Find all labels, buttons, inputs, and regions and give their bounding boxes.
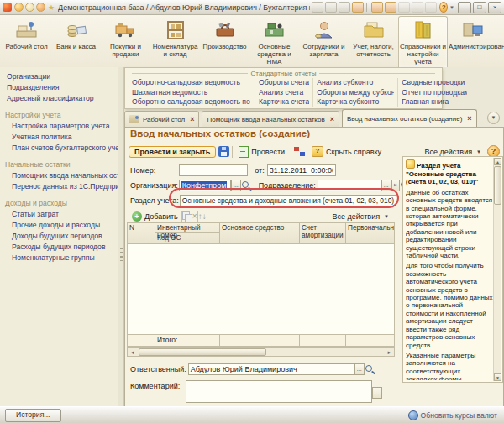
responsible-search-icon[interactable] <box>365 364 375 375</box>
scroll-right-icon[interactable]: ► <box>385 350 394 355</box>
ribbon-tab-employees-payroll[interactable]: Сотрудники и зарплата <box>299 16 349 67</box>
date-input[interactable] <box>267 164 336 176</box>
copy-row-icon[interactable] <box>182 212 192 222</box>
main-menu-button[interactable] <box>14 3 24 12</box>
posting-dtkt-icon[interactable] <box>294 146 306 157</box>
organization-field[interactable]: Конфетпром <box>179 180 231 191</box>
scroll-down-icon[interactable]: ▼ <box>494 373 501 381</box>
calculator-icon[interactable] <box>325 2 337 13</box>
help-vertical-scrollbar[interactable]: ▲ ▼ <box>493 158 501 381</box>
division-select-button[interactable]: ... <box>381 180 391 191</box>
ribbon-tab-bank-cash[interactable]: Банк и касса <box>51 16 101 67</box>
post-button[interactable]: Провести <box>235 144 288 159</box>
save-icon[interactable] <box>218 146 229 157</box>
ribbon-tab-administration[interactable]: Администрирование <box>448 16 497 67</box>
sidebar-item-item-groups[interactable]: Номенклатурные группы <box>0 253 118 264</box>
organization-select-button[interactable]: ... <box>231 180 241 191</box>
sidebar-item-chart-of-accounts[interactable]: План счетов бухгалтерского учета <box>0 143 118 154</box>
sidebar-item-accounting-policy[interactable]: Учетная политика <box>0 132 118 143</box>
history-button[interactable]: История... <box>5 409 61 422</box>
number-input[interactable] <box>179 164 248 176</box>
report-link[interactable]: Обороты между субконто <box>317 88 394 98</box>
help-scrollbar-thumb[interactable] <box>494 166 501 205</box>
ribbon-tab-accounting-taxes[interactable]: Учет, налоги, отчетность <box>349 16 398 67</box>
report-link[interactable]: Анализ субконто <box>317 78 394 88</box>
ribbon-tab-production[interactable]: Производство <box>200 16 249 67</box>
tab-balance-assistant[interactable]: Помощник ввода начальных остатков × <box>202 111 339 127</box>
sidebar-item-deferred-expenses[interactable]: Расходы будущих периодов <box>0 242 118 253</box>
sidebar-splitter[interactable] <box>118 67 124 407</box>
tool-icon-2[interactable] <box>412 2 423 13</box>
ribbon-tab-purchases-sales[interactable]: Покупки и продажи <box>101 16 150 67</box>
report-link[interactable]: Обороты счета <box>259 78 309 88</box>
table-all-actions-button[interactable]: Все действия ▼ <box>328 211 392 222</box>
maximize-button[interactable]: □ <box>473 2 486 13</box>
sidebar-item-organizations[interactable]: Организации <box>0 71 118 82</box>
link-add-icon[interactable] <box>352 2 364 13</box>
ribbon: Рабочий стол Банк и касса Покупки и прод… <box>0 15 504 67</box>
forward-button[interactable] <box>36 3 45 12</box>
comment-expand-button[interactable]: ... <box>372 387 382 399</box>
sidebar-item-balance-assistant[interactable]: Помощник ввода начальных остатк... <box>0 170 118 181</box>
report-link[interactable]: Сводные проводки <box>402 78 467 88</box>
minimize-button[interactable]: – <box>458 2 471 13</box>
sidebar-item-other-income-expenses[interactable]: Прочие доходы и расходы <box>0 220 118 231</box>
close-tab-icon[interactable]: × <box>330 115 334 123</box>
help-dropdown-icon[interactable]: ▼ <box>449 5 454 10</box>
move-down-icon[interactable]: ↓ <box>202 212 207 222</box>
comment-textarea[interactable] <box>186 380 372 403</box>
close-button[interactable]: × <box>488 2 501 13</box>
post-and-close-button[interactable]: Провести и закрыть <box>129 146 216 158</box>
report-link[interactable]: Карточка субконто <box>317 97 394 107</box>
sidebar-item-data-transfer[interactable]: Перенос данных из 1С:Предприяти... <box>0 181 118 192</box>
ribbon-tab-references-settings[interactable]: Справочники и настройки учета <box>398 16 448 67</box>
division-clear-button[interactable]: × <box>391 180 400 191</box>
hide-help-button[interactable]: ? Скрыть справку <box>308 144 385 159</box>
organization-search-icon[interactable] <box>241 180 252 191</box>
report-link[interactable]: Главная книга <box>402 97 467 107</box>
tool-icon-1[interactable] <box>398 2 410 13</box>
sidebar-item-divisions[interactable]: Подразделения <box>0 82 118 93</box>
tab-list-button[interactable]: ▼ <box>487 112 500 124</box>
tool-icon-3[interactable] <box>425 2 437 13</box>
file-icon[interactable] <box>339 2 350 13</box>
scroll-up-icon[interactable]: ▲ <box>494 158 501 165</box>
scrollbar-thumb[interactable] <box>139 348 266 356</box>
scroll-left-icon[interactable]: ◄ <box>128 350 137 355</box>
sidebar-item-address-classifier[interactable]: Адресный классификатор <box>0 93 118 104</box>
help-icon[interactable]: ? <box>439 2 448 13</box>
ribbon-tab-fixed-assets[interactable]: Основные средства и НМА <box>249 16 299 67</box>
add-row-button[interactable]: + Добавить <box>129 210 181 223</box>
close-tab-icon[interactable]: × <box>190 115 194 123</box>
sidebar-item-deferred-income[interactable]: Доходы будущих периодов <box>0 231 118 242</box>
sidebar-group-income-expenses: Доходы и расходы <box>0 198 118 209</box>
table-body-empty[interactable] <box>127 244 395 335</box>
report-link[interactable]: Шахматная ведомость <box>132 88 251 98</box>
delete-row-icon[interactable]: × <box>192 212 197 222</box>
responsible-select-button[interactable]: ... <box>354 363 365 375</box>
report-link[interactable]: Оборотно-сальдовая ведомость <box>132 78 251 88</box>
ribbon-tab-desktop[interactable]: Рабочий стол <box>2 16 51 67</box>
sidebar-item-cost-items[interactable]: Статьи затрат <box>0 209 118 220</box>
back-button[interactable] <box>25 3 34 12</box>
horizontal-scrollbar[interactable]: ◄ ► <box>127 347 395 357</box>
tab-desktop[interactable]: Рабочий стол × <box>124 111 199 127</box>
accounting-section-field[interactable]: Основные средства и доходные вложения (с… <box>180 195 396 206</box>
link-go-icon[interactable] <box>371 2 383 13</box>
ribbon-tab-inventory-warehouse[interactable]: Номенклатура и склад <box>150 16 200 67</box>
calendar-icon[interactable] <box>312 2 323 13</box>
report-link[interactable]: Анализ счета <box>259 88 309 98</box>
report-link[interactable]: Отчет по проводкам <box>402 88 467 98</box>
sidebar-item-accounting-parameters[interactable]: Настройка параметров учета <box>0 121 118 132</box>
tab-opening-balances-new[interactable]: Ввод начальных остатков (создание) × <box>342 109 477 127</box>
close-tab-icon[interactable]: × <box>467 114 471 123</box>
report-link[interactable]: Оборотно-сальдовая ведомость по счету <box>132 97 251 107</box>
report-link[interactable]: Карточка счета <box>259 97 309 107</box>
update-currency-rates-button[interactable]: Обновить курсы валют <box>408 410 497 420</box>
info-icon <box>406 159 415 169</box>
favorites-icon[interactable]: ★ <box>48 3 55 12</box>
plus-icon: + <box>132 212 142 222</box>
info-panel-icon[interactable] <box>385 2 396 13</box>
responsible-field[interactable]: Абдулов Юрий Владимирович <box>188 363 354 375</box>
division-input[interactable] <box>318 180 381 191</box>
